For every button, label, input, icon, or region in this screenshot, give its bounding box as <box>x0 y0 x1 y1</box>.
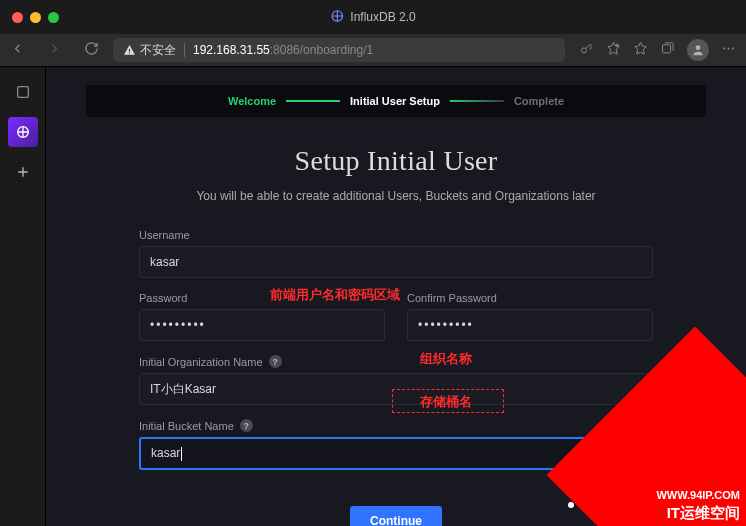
svg-rect-5 <box>663 45 671 53</box>
browser-toolbar: 不安全 192.168.31.55:8086/onboarding/1 <box>0 34 746 67</box>
continue-button[interactable]: Continue <box>350 506 442 526</box>
close-window-button[interactable] <box>12 12 23 23</box>
sidebar-data-icon[interactable] <box>8 117 38 147</box>
org-help-icon[interactable]: ? <box>269 355 282 368</box>
step-complete: Complete <box>510 95 568 107</box>
forward-button[interactable] <box>47 41 62 59</box>
watermark-text: WWW.94IP.COM IT运维空间 <box>656 488 740 522</box>
influxdb-logo-icon <box>330 9 344 26</box>
bucket-help-icon[interactable]: ? <box>240 419 253 432</box>
window-title: InfluxDB 2.0 <box>330 9 415 26</box>
step-line-2 <box>450 100 504 102</box>
page-subtitle: You will be able to create additional Us… <box>86 189 706 203</box>
svg-point-8 <box>728 48 730 50</box>
key-icon[interactable] <box>579 41 594 59</box>
password-label: Password <box>139 292 385 304</box>
refresh-button[interactable] <box>84 41 99 59</box>
username-value: kasar <box>150 255 179 269</box>
collections-icon[interactable] <box>660 41 675 59</box>
org-name-value: IT小白Kasar <box>150 382 216 396</box>
minimize-window-button[interactable] <box>30 12 41 23</box>
step-initial-user: Initial User Setup <box>346 95 444 107</box>
insecure-label: 不安全 <box>140 42 176 59</box>
svg-point-6 <box>696 45 701 50</box>
back-button[interactable] <box>10 41 25 59</box>
bucket-name-label: Initial Bucket Name ? <box>139 419 653 432</box>
security-status[interactable]: 不安全 <box>123 42 176 59</box>
url-text: 192.168.31.55:8086/onboarding/1 <box>193 43 373 57</box>
org-name-input[interactable]: IT小白Kasar <box>139 373 653 405</box>
svg-point-3 <box>582 48 587 53</box>
watermark-url: WWW.94IP.COM <box>656 488 740 502</box>
window-titlebar: InfluxDB 2.0 <box>0 0 746 34</box>
more-menu-icon[interactable] <box>721 41 736 59</box>
svg-rect-10 <box>17 87 28 98</box>
svg-point-7 <box>723 48 725 50</box>
confirm-password-value: ••••••••• <box>418 318 474 332</box>
org-name-label: Initial Organization Name ? <box>139 355 653 368</box>
window-title-text: InfluxDB 2.0 <box>350 10 415 24</box>
step-welcome: Welcome <box>224 95 280 107</box>
confirm-password-input[interactable]: ••••••••• <box>407 309 653 341</box>
bucket-name-value: kasar <box>151 446 180 460</box>
favorite-icon[interactable] <box>606 41 621 59</box>
url-path: :8086/onboarding/1 <box>270 43 373 57</box>
username-label: Username <box>139 229 653 241</box>
sidebar-home-icon[interactable] <box>8 77 38 107</box>
watermark-dot <box>568 502 574 508</box>
address-bar[interactable]: 不安全 192.168.31.55:8086/onboarding/1 <box>113 38 565 62</box>
password-value: ••••••••• <box>150 318 206 332</box>
favorites-bar-icon[interactable] <box>633 41 648 59</box>
onboarding-stepper: Welcome Initial User Setup Complete <box>86 85 706 117</box>
password-input[interactable]: ••••••••• <box>139 309 385 341</box>
svg-point-9 <box>732 48 734 50</box>
page-title: Setup Initial User <box>86 145 706 177</box>
username-input[interactable]: kasar <box>139 246 653 278</box>
svg-rect-2 <box>129 52 130 53</box>
watermark-label: IT运维空间 <box>667 504 740 521</box>
window-controls[interactable] <box>12 12 59 23</box>
app-sidebar <box>0 67 46 526</box>
confirm-password-label: Confirm Password <box>407 292 653 304</box>
svg-rect-1 <box>129 48 130 51</box>
text-cursor <box>181 447 182 461</box>
address-divider <box>184 43 185 57</box>
sidebar-add-icon[interactable] <box>8 157 38 187</box>
maximize-window-button[interactable] <box>48 12 59 23</box>
step-line-1 <box>286 100 340 102</box>
profile-avatar[interactable] <box>687 39 709 61</box>
url-host: 192.168.31.55 <box>193 43 270 57</box>
